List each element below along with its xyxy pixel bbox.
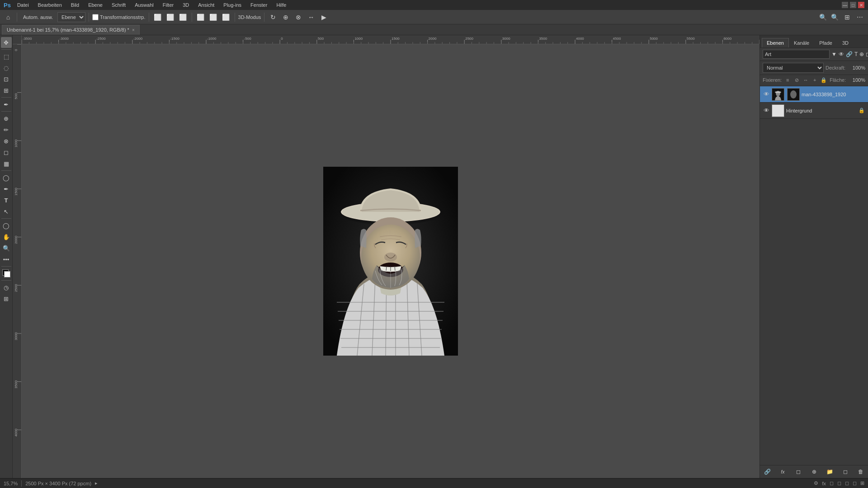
menu-filter[interactable]: Filter bbox=[160, 1, 176, 9]
video-button[interactable]: ▶ bbox=[318, 12, 329, 23]
align-left-button[interactable]: ⬜ bbox=[152, 12, 163, 23]
layer-delete-btn[interactable]: 🗑 bbox=[856, 467, 865, 476]
layers-text-btn[interactable]: T bbox=[854, 50, 858, 59]
transform-strip-checkbox[interactable] bbox=[92, 14, 99, 20]
align-center-button[interactable]: ⬜ bbox=[165, 12, 176, 23]
status-fx-btn[interactable]: fx bbox=[822, 481, 826, 486]
status-new-btn[interactable]: ◻ bbox=[853, 480, 857, 486]
eyedropper-tool[interactable]: ✒ bbox=[1, 99, 12, 110]
layer-adjust-btn[interactable]: ⊕ bbox=[810, 467, 819, 476]
tool-sep-2 bbox=[1, 97, 11, 98]
layers-link-btn[interactable]: 🔗 bbox=[846, 50, 853, 59]
lock-move-btn[interactable]: ↔ bbox=[802, 76, 810, 84]
eraser-tool[interactable]: ◻ bbox=[1, 147, 12, 158]
canvas-area[interactable] bbox=[22, 44, 760, 478]
layer-item[interactable]: 👁 man-4333898_1920 bbox=[760, 86, 868, 103]
gradient-tool[interactable]: ▦ bbox=[1, 158, 12, 169]
status-adjust2-btn[interactable]: ◻ bbox=[837, 480, 841, 486]
svg-point-18 bbox=[384, 253, 397, 262]
layer-item[interactable]: 👁 Hintergrund 🔒 bbox=[760, 103, 868, 119]
ruler-button[interactable]: ↔ bbox=[306, 12, 316, 23]
more-tools-btn[interactable]: ••• bbox=[1, 254, 12, 265]
layer-mask-btn[interactable]: ◻ bbox=[794, 467, 803, 476]
dodge-tool[interactable]: ◯ bbox=[1, 172, 12, 183]
close-button[interactable]: ✕ bbox=[858, 2, 864, 8]
tab-kanale[interactable]: Kanäle bbox=[789, 38, 814, 47]
tab-3d[interactable]: 3D bbox=[837, 38, 854, 47]
lock-artboard-btn[interactable]: + bbox=[811, 76, 819, 84]
distribute-button[interactable]: ⬜ bbox=[195, 12, 206, 23]
tool-options-btn[interactable]: Autom. ausw. bbox=[20, 12, 56, 23]
status-settings-btn[interactable]: ⚙ bbox=[814, 480, 818, 486]
blend-mode-select[interactable]: Normal bbox=[763, 63, 824, 73]
menu-datei[interactable]: Datei bbox=[14, 1, 32, 9]
menu-auswahl[interactable]: Auswahl bbox=[132, 1, 156, 9]
align-right-button[interactable]: ⬜ bbox=[178, 12, 189, 23]
search2-button[interactable]: 🔍 bbox=[829, 12, 840, 23]
layer-fx-btn[interactable]: fx bbox=[778, 467, 788, 476]
lock-draw-btn[interactable]: ⊘ bbox=[793, 76, 801, 84]
text-tool[interactable]: T bbox=[1, 195, 12, 206]
snap-button[interactable]: ⊕ bbox=[280, 12, 291, 23]
maximize-button[interactable]: □ bbox=[850, 2, 856, 8]
path-select-tool[interactable]: ↖ bbox=[1, 206, 12, 217]
layer-2-visibility-btn[interactable]: 👁 bbox=[763, 107, 770, 114]
layers-search-input[interactable] bbox=[763, 50, 830, 59]
zoom-tool[interactable]: 🔍 bbox=[1, 243, 12, 253]
rotate-button[interactable]: ↻ bbox=[268, 12, 278, 23]
layer-link-btn[interactable]: 🔗 bbox=[763, 467, 772, 476]
hand-tool[interactable]: ✋ bbox=[1, 231, 12, 242]
menu-fenster[interactable]: Fenster bbox=[248, 1, 270, 9]
menu-3d[interactable]: 3D bbox=[180, 1, 192, 9]
shape-tool[interactable]: ◯ bbox=[1, 220, 12, 231]
status-group-btn[interactable]: ◻ bbox=[845, 480, 849, 486]
object-select-tool[interactable]: ⊡ bbox=[1, 74, 12, 84]
layers-filter-btn[interactable]: ▼ bbox=[831, 50, 837, 59]
menu-bild[interactable]: Bild bbox=[68, 1, 82, 9]
layer-1-visibility-btn[interactable]: 👁 bbox=[763, 91, 770, 98]
menu-plugins[interactable]: Plug-ins bbox=[221, 1, 244, 9]
document-tab[interactable]: Unbenannt-1 bei 15,7% (man-4333898_1920,… bbox=[2, 25, 140, 35]
ebene-dropdown[interactable]: Ebene bbox=[57, 12, 85, 22]
lock-pixels-btn[interactable]: ≡ bbox=[783, 76, 792, 84]
path-button[interactable]: ⊗ bbox=[293, 12, 304, 23]
menu-ebene[interactable]: Ebene bbox=[85, 1, 105, 9]
screen-mode-btn[interactable]: ⊞ bbox=[1, 293, 12, 304]
menu-ansicht[interactable]: Ansicht bbox=[195, 1, 217, 9]
portrait-image bbox=[323, 167, 458, 356]
3d-mode-label: 3D-Modus bbox=[238, 14, 261, 20]
marquee-tool[interactable]: ⬚ bbox=[1, 51, 12, 62]
home-button[interactable]: ⌂ bbox=[3, 12, 14, 23]
doc-tab-close-button[interactable]: × bbox=[132, 28, 135, 33]
status-expand-btn[interactable]: ⊞ bbox=[860, 480, 864, 486]
lasso-tool[interactable]: ◌ bbox=[1, 62, 12, 73]
more-button[interactable]: ⋯ bbox=[854, 12, 865, 23]
layers-color-btn[interactable]: ◻ bbox=[866, 50, 868, 59]
search-button[interactable]: 🔍 bbox=[818, 12, 827, 23]
pen-tool[interactable]: ✒ bbox=[1, 183, 12, 194]
menu-bearbeiten[interactable]: Bearbeiten bbox=[35, 1, 65, 9]
layers-adjust-btn[interactable]: ⊕ bbox=[859, 50, 864, 59]
quick-mask-btn[interactable]: ◷ bbox=[1, 282, 12, 293]
tab-pfade[interactable]: Pfade bbox=[814, 38, 837, 47]
layers-visibility-btn[interactable]: 👁 bbox=[839, 50, 844, 59]
move-tool[interactable]: ✥ bbox=[1, 37, 12, 48]
distribute2-button[interactable]: ⬜ bbox=[208, 12, 219, 23]
minimize-button[interactable]: — bbox=[842, 2, 848, 8]
layer-new-btn[interactable]: ◻ bbox=[841, 467, 850, 476]
zoom-level: 15,7% bbox=[4, 481, 18, 486]
crop-tool[interactable]: ⊞ bbox=[1, 85, 12, 96]
tab-ebenen[interactable]: Ebenen bbox=[762, 38, 789, 47]
status-arrow-btn[interactable]: ▸ bbox=[95, 480, 98, 486]
lock-all-btn[interactable]: 🔒 bbox=[820, 76, 828, 84]
spot-heal-tool[interactable]: ⊕ bbox=[1, 113, 12, 124]
distribute3-button[interactable]: ⬜ bbox=[221, 12, 231, 23]
layer-group-btn[interactable]: 📁 bbox=[825, 467, 834, 476]
brush-tool[interactable]: ✏ bbox=[1, 124, 12, 135]
menu-hilfe[interactable]: Hilfe bbox=[274, 1, 289, 9]
layout-button[interactable]: ⊞ bbox=[842, 12, 853, 23]
status-mask-btn[interactable]: ◻ bbox=[830, 480, 834, 486]
menu-schrift[interactable]: Schrift bbox=[109, 1, 128, 9]
clone-tool[interactable]: ⊗ bbox=[1, 136, 12, 146]
foreground-color-btn[interactable] bbox=[1, 268, 12, 279]
